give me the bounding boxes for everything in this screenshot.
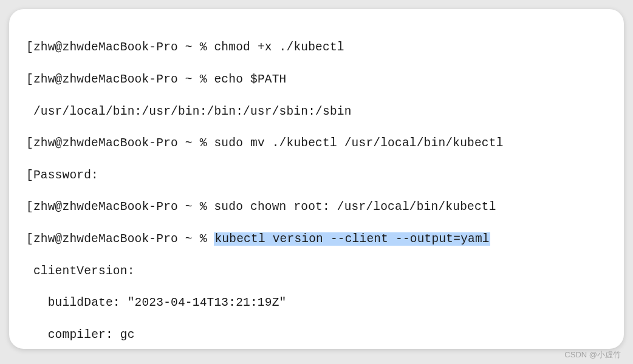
output-line: buildDate: "2023-04-14T13:21:19Z" <box>26 295 607 311</box>
bracket-open: [ <box>26 73 33 86</box>
terminal-line: [zhw@zhwdeMacBook-Pro ~ % kubectl versio… <box>26 231 607 247</box>
output-line: compiler: gc <box>26 327 607 343</box>
output-line: clientVersion: <box>26 263 607 279</box>
command-text: sudo chown root: /usr/local/bin/kubectl <box>214 200 496 214</box>
prompt: zhw@zhwdeMacBook-Pro ~ % <box>33 73 207 86</box>
prompt: zhw@zhwdeMacBook-Pro ~ % <box>33 136 207 150</box>
prompt: zhw@zhwdeMacBook-Pro ~ % <box>33 232 207 246</box>
bracket-open: [ <box>26 169 33 182</box>
yaml-output: buildDate: "2023-04-14T13:21:19Z" <box>48 296 287 309</box>
terminal-line: [Password: <box>26 167 607 183</box>
password-prompt: Password: <box>33 169 98 182</box>
yaml-output: compiler: gc <box>48 328 135 342</box>
terminal-window: [zhw@zhwdeMacBook-Pro ~ % chmod +x ./kub… <box>9 9 624 349</box>
bracket-open: [ <box>26 232 33 246</box>
prompt: zhw@zhwdeMacBook-Pro ~ % <box>33 200 207 214</box>
terminal-content[interactable]: [zhw@zhwdeMacBook-Pro ~ % chmod +x ./kub… <box>26 24 607 349</box>
output-line: /usr/local/bin:/usr/bin:/bin:/usr/sbin:/… <box>26 104 607 120</box>
terminal-line: [zhw@zhwdeMacBook-Pro ~ % chmod +x ./kub… <box>26 39 607 55</box>
bracket-open: [ <box>26 136 33 150</box>
terminal-line: [zhw@zhwdeMacBook-Pro ~ % sudo mv ./kube… <box>26 135 607 151</box>
bracket-open: [ <box>26 41 33 54</box>
command-text: sudo mv ./kubectl /usr/local/bin/kubectl <box>214 136 503 150</box>
watermark-text: CSDN @小虚竹 <box>564 349 621 360</box>
yaml-output: clientVersion: <box>33 265 135 278</box>
command-text: echo $PATH <box>214 73 286 86</box>
output-text: /usr/local/bin:/usr/bin:/bin:/usr/sbin:/… <box>33 105 352 118</box>
prompt: zhw@zhwdeMacBook-Pro ~ % <box>33 41 207 54</box>
highlighted-command: kubectl version --client --output=yaml <box>214 232 490 246</box>
bracket-open: [ <box>26 200 33 214</box>
terminal-line: [zhw@zhwdeMacBook-Pro ~ % echo $PATH <box>26 72 607 87</box>
command-text: chmod +x ./kubectl <box>214 41 344 54</box>
terminal-line: [zhw@zhwdeMacBook-Pro ~ % sudo chown roo… <box>26 199 607 215</box>
